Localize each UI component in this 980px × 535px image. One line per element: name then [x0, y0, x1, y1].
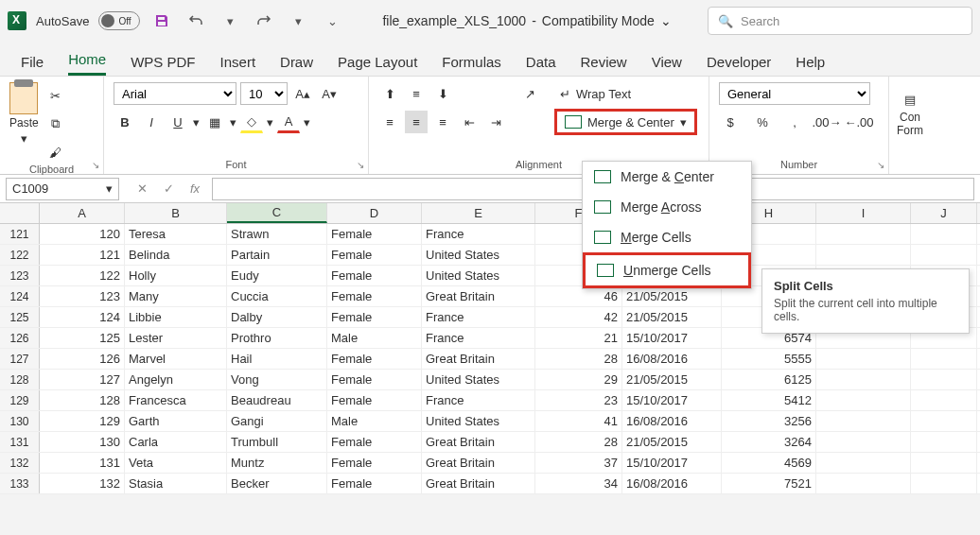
paste-icon[interactable] — [9, 82, 38, 114]
cell[interactable]: Beaudreau — [227, 390, 327, 410]
underline-button[interactable]: U — [166, 111, 189, 133]
row-header[interactable]: 132 — [0, 453, 40, 473]
copy-button[interactable]: ⧉ — [44, 112, 67, 135]
row-header[interactable]: 123 — [0, 266, 40, 285]
cell[interactable]: 28 — [535, 432, 622, 452]
cell[interactable]: Female — [327, 390, 422, 410]
cut-button[interactable]: ✂ — [44, 84, 67, 107]
cell[interactable]: Dalby — [227, 307, 327, 327]
cell[interactable]: Female — [327, 370, 422, 389]
cell[interactable]: 15/10/2017 — [622, 453, 722, 473]
cell[interactable]: Muntz — [227, 453, 327, 473]
cell[interactable] — [816, 411, 911, 431]
cell[interactable]: Garth — [125, 411, 227, 431]
undo-dropdown[interactable]: ▾ — [218, 9, 242, 33]
column-header-J[interactable]: J — [911, 203, 977, 223]
cell[interactable]: Great Britain — [422, 453, 535, 473]
cell[interactable]: Female — [327, 453, 422, 473]
cell[interactable]: 3264 — [722, 432, 816, 452]
bold-button[interactable]: B — [114, 111, 136, 133]
cell[interactable]: Trumbull — [227, 432, 327, 452]
decrease-font-button[interactable]: A▾ — [318, 82, 341, 105]
tab-review[interactable]: Review — [581, 54, 627, 76]
cell[interactable]: 21/05/2015 — [622, 432, 722, 452]
cell[interactable]: Great Britain — [422, 286, 535, 306]
cell[interactable] — [816, 432, 911, 452]
row-header[interactable]: 127 — [0, 349, 40, 369]
cell[interactable]: France — [422, 390, 535, 410]
cell[interactable] — [911, 390, 977, 410]
row-header[interactable]: 131 — [0, 432, 40, 452]
cell[interactable]: 15/10/2017 — [622, 390, 722, 410]
cell[interactable]: 41 — [535, 411, 622, 431]
cell[interactable]: Carla — [125, 432, 227, 452]
merge-center-dropdown[interactable]: Merge & Center ▾ — [554, 109, 697, 135]
cell[interactable]: 125 — [40, 328, 125, 348]
cell[interactable]: Great Britain — [422, 474, 535, 493]
filename-area[interactable]: file_example_XLS_1000 - Compatibility Mo… — [382, 13, 672, 28]
cell[interactable]: Male — [327, 411, 422, 431]
cell[interactable]: Hail — [227, 349, 327, 369]
orientation-button[interactable]: ↗ — [518, 82, 541, 105]
row-header[interactable]: 124 — [0, 286, 40, 306]
cell[interactable]: 129 — [40, 411, 125, 431]
cell[interactable]: Francesca — [125, 390, 227, 410]
tab-view[interactable]: View — [652, 54, 682, 76]
cell[interactable]: Veta — [125, 453, 227, 473]
align-left-button[interactable]: ≡ — [378, 111, 401, 133]
tab-page-layout[interactable]: Page Layout — [338, 54, 417, 76]
row-header[interactable]: 121 — [0, 224, 40, 244]
align-middle-button[interactable]: ≡ — [405, 82, 428, 105]
cell[interactable]: 28 — [535, 349, 622, 369]
cell[interactable]: Female — [327, 432, 422, 452]
cell[interactable]: 23 — [535, 390, 622, 410]
cell[interactable] — [816, 474, 911, 493]
cell[interactable]: Angelyn — [125, 370, 227, 389]
merge-menu-item-1[interactable]: Merge Across — [583, 192, 751, 222]
cell[interactable]: United States — [422, 411, 535, 431]
cell[interactable] — [816, 349, 911, 369]
cell[interactable]: France — [422, 307, 535, 327]
cell[interactable]: 127 — [40, 370, 125, 389]
percent-button[interactable]: % — [751, 111, 774, 133]
comma-button[interactable]: , — [783, 111, 806, 133]
cell[interactable] — [816, 224, 911, 244]
tab-data[interactable]: Data — [526, 54, 556, 76]
cell[interactable]: Strawn — [227, 224, 327, 244]
number-format-select[interactable]: General — [719, 82, 870, 105]
cell[interactable]: 21/05/2015 — [622, 370, 722, 389]
fill-dropdown[interactable]: ▾ — [267, 115, 273, 129]
align-center-button[interactable]: ≡ — [405, 111, 428, 133]
row-header[interactable]: 129 — [0, 390, 40, 410]
cell[interactable]: 3256 — [722, 411, 816, 431]
cancel-formula-icon[interactable]: ✕ — [131, 178, 153, 200]
cell[interactable] — [816, 370, 911, 389]
cell[interactable]: 37 — [535, 453, 622, 473]
cell[interactable]: 42 — [535, 307, 622, 327]
underline-dropdown[interactable]: ▾ — [193, 115, 200, 129]
enter-formula-icon[interactable]: ✓ — [157, 178, 180, 200]
column-header-E[interactable]: E — [422, 203, 535, 223]
align-right-button[interactable]: ≡ — [431, 111, 454, 133]
cell[interactable] — [911, 349, 977, 369]
merge-menu-item-0[interactable]: Merge & Center — [583, 162, 751, 192]
fx-icon[interactable]: fx — [184, 178, 206, 200]
column-header-I[interactable]: I — [816, 203, 911, 223]
font-size-select[interactable]: 10 — [240, 82, 288, 105]
cell[interactable]: Female — [327, 474, 422, 493]
cell[interactable] — [911, 432, 977, 452]
cell[interactable]: Female — [327, 245, 422, 265]
cell[interactable]: Great Britain — [422, 432, 535, 452]
cell[interactable]: 122 — [40, 266, 125, 285]
cell[interactable]: 5412 — [722, 390, 816, 410]
cell[interactable]: 21/05/2015 — [622, 286, 722, 306]
tab-draw[interactable]: Draw — [280, 54, 313, 76]
cell[interactable]: Becker — [227, 474, 327, 493]
cell[interactable] — [911, 411, 977, 431]
cell[interactable]: Holly — [125, 266, 227, 285]
conditional-format-icon[interactable]: ▤ — [899, 88, 921, 111]
merge-menu-item-2[interactable]: Merge Cells — [583, 222, 751, 252]
cell[interactable]: Marvel — [125, 349, 227, 369]
column-header-D[interactable]: D — [327, 203, 422, 223]
row-header[interactable]: 133 — [0, 474, 40, 493]
